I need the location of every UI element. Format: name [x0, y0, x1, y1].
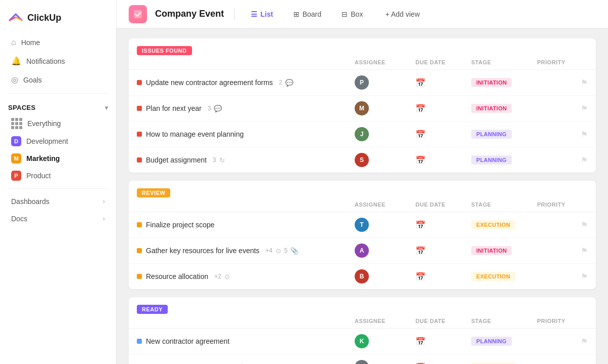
flag-icon: ⚑ — [581, 78, 588, 88]
sidebar-item-marketing[interactable]: M Marketing — [3, 150, 113, 167]
stage-badge: EXECUTION — [471, 272, 515, 281]
task-name: New contractor agreement — [137, 337, 355, 345]
group-badge-row-issues: ISSUES FOUND — [129, 38, 596, 55]
comment-icon: 💬 — [285, 79, 293, 87]
group-badge-issues: ISSUES FOUND — [137, 46, 192, 55]
sidebar-item-notifications[interactable]: 🔔 Notifications — [3, 52, 113, 70]
flag-icon: ⚑ — [581, 155, 588, 165]
stage-badge: PLANNING — [471, 337, 512, 346]
priority-cell: ⚑ — [537, 362, 588, 365]
main-content: Company Event ☰ List ⊞ Board ⊟ Box + Add… — [117, 0, 608, 364]
task-meta: 3 ↻ — [213, 156, 225, 164]
sidebar-item-dashboards[interactable]: Dashboards › — [3, 193, 113, 210]
assignee-cell: T — [355, 218, 415, 232]
assignee-cell: K — [355, 334, 415, 348]
everything-icon — [11, 118, 22, 129]
sidebar-item-development[interactable]: D Development — [3, 133, 113, 150]
calendar-icon: 📅 — [415, 220, 426, 230]
priority-cell: ⚑ — [537, 246, 588, 256]
task-dot — [137, 274, 142, 279]
flag-icon: ⚑ — [581, 246, 588, 256]
attach-icon: 📎 — [290, 247, 298, 255]
chevron-right-icon: › — [103, 198, 105, 205]
development-badge: D — [11, 136, 21, 146]
group-badge-ready: READY — [137, 305, 168, 314]
sidebar-divider-2 — [8, 188, 108, 189]
stage-cell: PLANNING — [471, 337, 537, 346]
task-name: Update new contractor agreement forms 2 … — [137, 78, 355, 87]
board-icon: ⊞ — [293, 10, 299, 18]
link-icon: ⊙ — [276, 247, 281, 255]
due-date-cell: 📅 — [415, 104, 471, 113]
link-icon: ⊙ — [224, 273, 230, 280]
logo[interactable]: ClickUp — [0, 6, 116, 33]
stage-badge: PLANNING — [471, 155, 512, 165]
avatar: B — [355, 269, 369, 284]
sidebar: ClickUp ⌂ Home 🔔 Notifications ◎ Goals S… — [0, 0, 117, 364]
calendar-icon: 📅 — [415, 337, 426, 346]
table-row[interactable]: How to manage event planning J 📅 PLANNIN… — [129, 122, 596, 147]
comment-icon: 💬 — [214, 105, 222, 112]
chevron-right-icon-docs: › — [103, 215, 105, 222]
table-header-issues: ASSIGNEE DUE DATE STAGE PRIORITY — [129, 55, 596, 70]
task-dot — [137, 157, 142, 163]
avatar: R — [355, 360, 369, 364]
task-name: Budget assignment 3 ↻ — [137, 156, 355, 164]
sidebar-item-product[interactable]: P Product — [3, 167, 113, 184]
content-area: ISSUES FOUND ASSIGNEE DUE DATE STAGE PRI… — [117, 28, 608, 364]
task-dot — [137, 106, 142, 111]
stage-cell: EXECUTION — [471, 272, 537, 281]
priority-cell: ⚑ — [537, 272, 588, 281]
sidebar-item-home[interactable]: ⌂ Home — [3, 33, 113, 52]
task-name: Gather key resources for live events +4 … — [137, 247, 355, 255]
stage-cell: EXECUTION — [471, 220, 537, 229]
project-title: Company Event — [155, 9, 224, 19]
tab-box[interactable]: ⊟ Box — [335, 7, 369, 21]
tab-board[interactable]: ⊞ Board — [287, 7, 327, 21]
due-date-cell: 📅 — [415, 337, 471, 346]
avatar: A — [355, 244, 369, 258]
task-meta: 3 💬 — [208, 105, 222, 112]
flag-icon: ⚑ — [581, 337, 588, 346]
table-row[interactable]: Resource allocation +2 ⊙ B 📅 EXECUTION ⚑ — [129, 264, 596, 289]
task-meta: 2 💬 — [279, 79, 294, 87]
sidebar-item-everything[interactable]: Everything — [3, 114, 113, 133]
group-issues-found: ISSUES FOUND ASSIGNEE DUE DATE STAGE PRI… — [129, 38, 596, 173]
add-view-button[interactable]: + Add view — [379, 7, 426, 21]
flag-icon: ⚑ — [581, 272, 588, 281]
flag-icon: ⚑ — [581, 362, 588, 365]
calendar-icon: 📅 — [415, 78, 426, 88]
table-row[interactable]: Budget assignment 3 ↻ S 📅 PLANNING ⚑ — [129, 147, 596, 173]
stage-cell: PLANNING — [471, 155, 537, 165]
table-row[interactable]: New contractor agreement K 📅 PLANNING ⚑ — [129, 329, 596, 354]
assignee-cell: B — [355, 269, 415, 284]
refresh-icon: ↻ — [219, 156, 225, 164]
chevron-down-icon[interactable]: ▾ — [105, 104, 108, 111]
stage-cell: INITIATION — [471, 246, 537, 255]
table-row[interactable]: Finalize project scope T 📅 EXECUTION ⚑ — [129, 212, 596, 238]
header-divider — [234, 8, 235, 20]
sidebar-item-docs[interactable]: Docs › — [3, 210, 113, 227]
home-icon: ⌂ — [11, 38, 16, 47]
priority-cell: ⚑ — [537, 78, 588, 88]
avatar: K — [355, 334, 369, 348]
table-row[interactable]: Update new contractor agreement forms 2 … — [129, 70, 596, 96]
avatar: P — [355, 75, 369, 90]
priority-cell: ⚑ — [537, 104, 588, 113]
table-row[interactable]: Gather key resources for live events +4 … — [129, 238, 596, 264]
sidebar-item-goals[interactable]: ◎ Goals — [3, 70, 113, 89]
table-header-review: ASSIGNEE DUE DATE STAGE PRIORITY — [129, 197, 596, 212]
assignee-cell: J — [355, 127, 415, 141]
assignee-cell: M — [355, 101, 415, 115]
goals-icon: ◎ — [11, 75, 18, 85]
priority-cell: ⚑ — [537, 337, 588, 346]
table-row[interactable]: Refresh company website 5 📎 R 📅 EXECUTIO… — [129, 354, 596, 364]
due-date-cell: 📅 — [415, 130, 471, 139]
task-dot — [137, 80, 142, 85]
due-date-cell: 📅 — [415, 155, 471, 165]
stage-badge: EXECUTION — [471, 220, 515, 229]
tab-list[interactable]: ☰ List — [245, 7, 279, 21]
table-row[interactable]: Plan for next year 3 💬 M 📅 INITIATION ⚑ — [129, 96, 596, 122]
stage-badge: INITIATION — [471, 246, 512, 255]
calendar-icon: 📅 — [415, 272, 426, 281]
